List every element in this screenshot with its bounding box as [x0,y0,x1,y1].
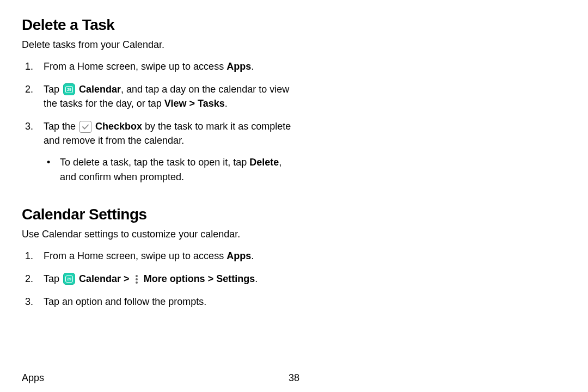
steps-calendar-settings: From a Home screen, swipe up to access A… [22,249,299,309]
more-options-icon [133,274,140,285]
step-3: Tap an option and follow the prompts. [22,295,299,309]
calendar-icon: 29 [63,83,75,95]
footer-section-label: Apps [22,372,44,384]
step-1: From a Home screen, swipe up to access A… [22,59,299,74]
intro-delete-task: Delete tasks from your Calendar. [22,39,566,51]
steps-delete-task: From a Home screen, swipe up to access A… [22,59,299,184]
delete-task-section: Delete a Task Delete tasks from your Cal… [22,16,566,184]
calendar-icon: 29 [63,273,75,285]
calendar-settings-section: Calendar Settings Use Calendar settings … [22,206,566,309]
intro-calendar-settings: Use Calendar settings to customize your … [22,229,566,240]
step-2: Tap 29 Calendar, and tap a day on the ca… [22,82,299,111]
sub-bullet-list: To delete a task, tap the task to open i… [44,155,299,183]
checkbox-icon [79,121,91,133]
footer-page-number: 38 [289,372,299,384]
step-3: Tap the Checkbox by the task to mark it … [22,119,299,183]
sub-bullet-item: To delete a task, tap the task to open i… [44,155,299,183]
heading-delete-task: Delete a Task [22,16,566,34]
step-2: Tap 29 Calendar > More options > Setting… [22,272,299,286]
heading-calendar-settings: Calendar Settings [22,206,566,223]
page-footer: Apps 38 [22,372,566,384]
step-1: From a Home screen, swipe up to access A… [22,249,299,263]
